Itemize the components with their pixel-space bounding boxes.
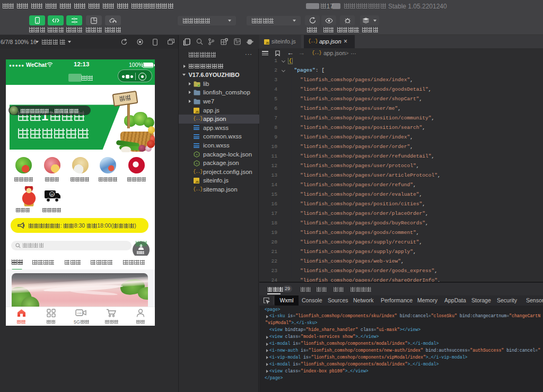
svg-text:n: n [196, 153, 197, 156]
svg-text:n: n [196, 162, 197, 165]
svg-text:LIVE: LIVE [77, 312, 82, 315]
svg-text:SF: SF [50, 193, 54, 196]
